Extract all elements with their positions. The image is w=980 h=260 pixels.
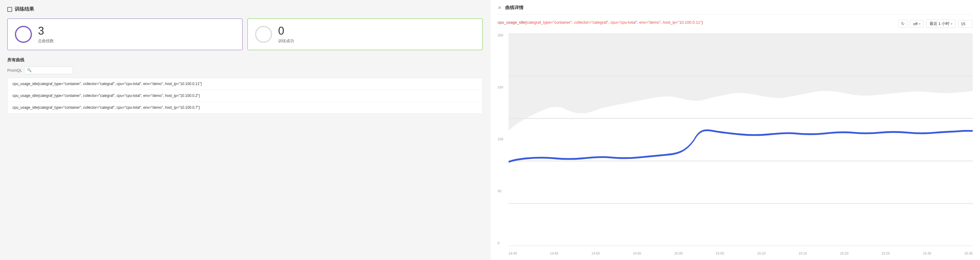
stats-row: 3 总曲线数 0 训练成功 bbox=[7, 19, 483, 50]
y-axis-labels: 200 150 100 50 0 bbox=[498, 33, 503, 246]
refresh-button[interactable]: ↻ bbox=[898, 20, 907, 28]
metric-prefix: cpu_usage_idle bbox=[498, 20, 525, 25]
off-dropdown[interactable]: off ▾ bbox=[910, 20, 923, 28]
stat-card-success: 0 训练成功 bbox=[247, 19, 483, 50]
y-label-100: 100 bbox=[498, 137, 503, 141]
stat-info-success: 0 训练成功 bbox=[278, 25, 294, 44]
curve-item-1[interactable]: cpu_usage_idle{categraf_type="container"… bbox=[8, 78, 482, 90]
y-label-50: 50 bbox=[498, 189, 503, 193]
controls-row: ↻ off ▾ 最近 1 小时 ▾ bbox=[898, 19, 973, 28]
title-icon bbox=[7, 7, 12, 12]
curve-item-3-text: cpu_usage_idle{categraf_type="container"… bbox=[13, 105, 200, 109]
step-input[interactable] bbox=[958, 20, 973, 28]
refresh-icon: ↻ bbox=[901, 21, 905, 26]
y-label-0: 0 bbox=[498, 241, 503, 245]
page-title-text: 训练结果 bbox=[14, 6, 34, 13]
curve-item-2-text: cpu_usage_idle{categraf_type="container"… bbox=[13, 94, 200, 98]
search-input[interactable] bbox=[33, 68, 70, 73]
search-icon: 🔍 bbox=[27, 68, 32, 72]
right-panel: ✕ 曲线详情 cpu_usage_idle{categraf_type="con… bbox=[490, 0, 980, 260]
stat-card-total: 3 总曲线数 bbox=[7, 19, 243, 50]
metric-and-controls: cpu_usage_idle{categraf_type="container"… bbox=[498, 19, 973, 30]
off-chevron-down-icon: ▾ bbox=[919, 22, 920, 25]
search-label: PromQL bbox=[7, 68, 22, 73]
metric-close-brace: } bbox=[702, 20, 703, 25]
chart-inner bbox=[509, 33, 973, 246]
close-button[interactable]: ✕ bbox=[498, 5, 501, 11]
x-label-1515: 15:15 bbox=[799, 252, 807, 255]
off-label: off bbox=[913, 22, 917, 26]
stat-info-total: 3 总曲线数 bbox=[38, 25, 54, 44]
left-panel: 训练结果 3 总曲线数 0 训练成功 所有曲线 PromQL 🔍 cpu_usa… bbox=[0, 0, 490, 260]
search-input-wrap[interactable]: 🔍 bbox=[24, 67, 73, 74]
curve-item-2[interactable]: cpu_usage_idle{categraf_type="container"… bbox=[8, 90, 482, 102]
x-label-1535: 15:35 bbox=[964, 252, 973, 255]
x-label-1445: 14:45 bbox=[550, 252, 558, 255]
x-label-1530: 15:30 bbox=[923, 252, 931, 255]
time-range-dropdown[interactable]: 最近 1 小时 ▾ bbox=[926, 19, 956, 28]
curve-item-1-text: cpu_usage_idle{categraf_type="container"… bbox=[13, 82, 202, 86]
x-label-1440: 14:40 bbox=[509, 252, 517, 255]
metric-attrs: categraf_type="container", collector="ca… bbox=[527, 20, 702, 25]
x-label-1510: 15:10 bbox=[757, 252, 766, 255]
x-label-1520: 15:20 bbox=[840, 252, 849, 255]
x-label-1500: 15:00 bbox=[674, 252, 683, 255]
search-row: PromQL 🔍 bbox=[7, 67, 483, 74]
curve-item-3[interactable]: cpu_usage_idle{categraf_type="container"… bbox=[8, 102, 482, 113]
x-label-1505: 15:05 bbox=[716, 252, 724, 255]
time-range-label: 最近 1 小时 bbox=[929, 21, 950, 27]
curve-list: cpu_usage_idle{categraf_type="container"… bbox=[7, 78, 483, 114]
y-label-150: 150 bbox=[498, 86, 503, 89]
circle-icon-total bbox=[15, 26, 32, 43]
x-label-1455: 14:55 bbox=[633, 252, 641, 255]
panel-header: ✕ 曲线详情 bbox=[498, 5, 973, 14]
stat-number-success: 0 bbox=[278, 25, 294, 37]
stat-label-total: 总曲线数 bbox=[38, 38, 54, 44]
x-label-1525: 15:25 bbox=[881, 252, 890, 255]
stat-label-success: 训练成功 bbox=[278, 38, 294, 44]
panel-title: 曲线详情 bbox=[505, 5, 523, 11]
metric-name: cpu_usage_idle{categraf_type="container"… bbox=[498, 19, 703, 26]
chart-svg bbox=[509, 33, 973, 246]
x-axis-labels: 14:40 14:45 14:50 14:55 15:00 15:05 15:1… bbox=[509, 252, 973, 255]
page-title: 训练结果 bbox=[7, 6, 483, 13]
y-label-200: 200 bbox=[498, 33, 503, 37]
chart-area: 200 150 100 50 0 14:40 14:45 bbox=[498, 33, 973, 255]
section-title: 所有曲线 bbox=[7, 57, 483, 63]
x-label-1450: 14:50 bbox=[592, 252, 600, 255]
stat-number-total: 3 bbox=[38, 25, 54, 37]
circle-icon-success bbox=[255, 26, 272, 43]
time-range-chevron-down-icon: ▾ bbox=[951, 22, 952, 25]
